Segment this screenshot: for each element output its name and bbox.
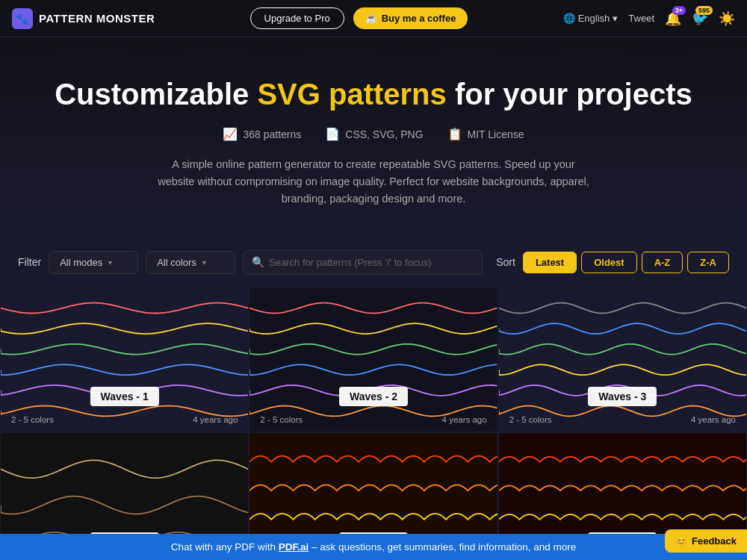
search-wrap: 🔍 — [243, 250, 483, 275]
stat-license-label: MIT License — [468, 128, 524, 140]
language-label: English — [578, 13, 610, 24]
navbar-center: Upgrade to Pro ☕ Buy me a coffee — [155, 7, 562, 29]
notification-button[interactable]: 🔔 3+ — [665, 10, 681, 27]
logo[interactable]: 🐾 PATTERN MONSTER — [12, 8, 155, 29]
search-icon: 🔍 — [252, 256, 264, 268]
pattern-age: 4 years ago — [442, 415, 487, 424]
tweet-counter-button[interactable]: 🐦 595 — [692, 10, 708, 27]
stat-patterns: 📈 368 patterns — [223, 127, 301, 141]
tweet-button[interactable]: Tweet — [628, 13, 654, 24]
feedback-label: Feedback — [692, 535, 737, 547]
logo-icon: 🐾 — [12, 8, 33, 29]
pattern-meta: 2 - 5 colors4 years ago — [499, 415, 746, 424]
navbar-right: 🌐 English ▾ Tweet 🔔 3+ 🐦 595 ☀️ — [563, 10, 735, 27]
hero-description: A simple online pattern generator to cre… — [157, 156, 590, 208]
pattern-age: 4 years ago — [691, 415, 736, 424]
pattern-colors: 2 - 5 colors — [260, 415, 303, 424]
bottom-bar: Chat with any PDF with PDF.ai – ask ques… — [0, 534, 747, 560]
hero-section: Customizable SVG patterns for your proje… — [0, 37, 747, 232]
mode-filter[interactable]: All modes ▾ — [49, 251, 138, 274]
pattern-label: Waves - 2 — [339, 387, 408, 406]
upgrade-button[interactable]: Upgrade to Pro — [250, 7, 344, 29]
svg-rect-0 — [1, 287, 248, 432]
coffee-button[interactable]: ☕ Buy me a coffee — [353, 7, 468, 29]
bottombar-text: Chat with any PDF with — [171, 541, 279, 553]
pattern-card[interactable]: Waves - 22 - 5 colors4 years ago — [249, 287, 498, 432]
chevron-down-icon: ▾ — [202, 258, 206, 267]
sort-za-button[interactable]: Z-A — [687, 252, 729, 273]
pattern-card[interactable]: Waves - 32 - 5 colors4 years ago — [498, 287, 747, 432]
chart-icon: 📈 — [223, 127, 238, 141]
filter-label: Filter — [18, 256, 41, 268]
navbar: 🐾 PATTERN MONSTER Upgrade to Pro ☕ Buy m… — [0, 0, 747, 37]
search-input[interactable] — [243, 250, 483, 275]
sort-oldest-button[interactable]: Oldest — [581, 252, 636, 273]
pattern-label: Waves - 3 — [588, 387, 657, 406]
language-button[interactable]: 🌐 English ▾ — [563, 13, 619, 24]
mode-filter-label: All modes — [60, 257, 102, 268]
theme-toggle-button[interactable]: ☀️ — [719, 10, 735, 27]
pattern-meta: 2 - 5 colors4 years ago — [249, 415, 497, 424]
pattern-age: 4 years ago — [193, 415, 238, 424]
sort-group: Latest Oldest A-Z Z-A — [523, 252, 729, 273]
hero-headline: Customizable SVG patterns for your proje… — [15, 76, 732, 112]
stat-formats-label: CSS, SVG, PNG — [345, 128, 423, 140]
notification-badge: 3+ — [672, 6, 686, 15]
feedback-icon: 😊 — [675, 535, 687, 547]
pattern-grid: Waves - 12 - 5 colors4 years agoWaves - … — [0, 287, 747, 560]
filter-bar: Filter All modes ▾ All colors ▾ 🔍 Sort L… — [0, 250, 747, 275]
pattern-card[interactable]: Waves - 12 - 5 colors4 years ago — [0, 287, 249, 432]
coffee-icon: ☕ — [365, 13, 377, 24]
feedback-button[interactable]: 😊 Feedback — [665, 529, 747, 553]
translate-icon: 🌐 — [563, 13, 575, 24]
headline-part1: Customizable — [55, 78, 257, 111]
logo-text: PATTERN MONSTER — [39, 12, 155, 25]
file-icon: 📄 — [325, 127, 340, 141]
tweet-badge: 595 — [695, 6, 713, 15]
sort-latest-button[interactable]: Latest — [523, 252, 577, 273]
color-filter[interactable]: All colors ▾ — [146, 251, 235, 274]
hero-stats: 📈 368 patterns 📄 CSS, SVG, PNG 📋 MIT Lic… — [15, 127, 732, 141]
stat-license: 📋 MIT License — [447, 127, 524, 141]
license-icon: 📋 — [447, 127, 462, 141]
coffee-label: Buy me a coffee — [382, 13, 456, 24]
color-filter-label: All colors — [157, 257, 196, 268]
pattern-meta: 2 - 5 colors4 years ago — [1, 415, 248, 424]
headline-part2: for your projects — [447, 78, 692, 111]
stat-formats: 📄 CSS, SVG, PNG — [325, 127, 423, 141]
sort-label: Sort — [496, 256, 515, 268]
headline-highlight: SVG patterns — [257, 78, 446, 111]
pattern-colors: 2 - 5 colors — [509, 415, 552, 424]
bottombar-text2: – ask questions, get summaries, find inf… — [309, 541, 576, 553]
chevron-down-icon: ▾ — [108, 258, 112, 267]
pdfai-link[interactable]: PDF.ai — [279, 541, 309, 553]
stat-patterns-label: 368 patterns — [243, 128, 301, 140]
pattern-label: Waves - 1 — [90, 387, 159, 406]
chevron-down-icon: ▾ — [613, 13, 618, 24]
sort-az-button[interactable]: A-Z — [642, 252, 684, 273]
pattern-colors: 2 - 5 colors — [11, 415, 54, 424]
